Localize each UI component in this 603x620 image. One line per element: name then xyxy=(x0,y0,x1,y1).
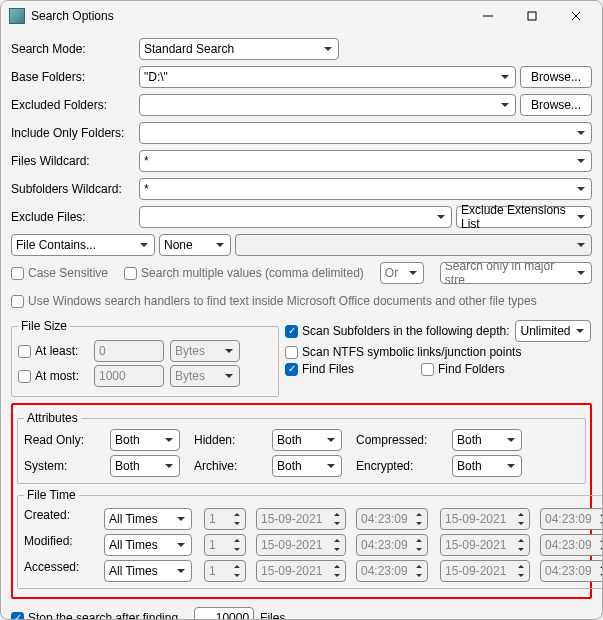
subfolders-wildcard-value: * xyxy=(144,182,149,196)
scan-ntfs-option[interactable]: Scan NTFS symbolic links/junction points xyxy=(285,345,521,359)
compressed-combo[interactable]: Both xyxy=(452,429,522,451)
app-icon xyxy=(9,8,25,24)
attributes-group: Attributes Read Only: Both Hidden: Both … xyxy=(17,411,586,484)
hidden-combo[interactable]: Both xyxy=(272,429,342,451)
subfolders-wildcard-combo[interactable]: * xyxy=(139,178,592,200)
highlighted-region: Attributes Read Only: Both Hidden: Both … xyxy=(11,403,592,599)
modified-num-input[interactable]: 1 xyxy=(204,534,246,556)
base-folders-combo[interactable]: "D:\" xyxy=(139,66,516,88)
accessed-label: Accessed: xyxy=(24,560,100,582)
created-from-date[interactable]: 15-09-2021 xyxy=(256,508,346,530)
hidden-label: Hidden: xyxy=(194,433,266,447)
svg-rect-1 xyxy=(528,12,536,20)
base-folders-browse-button[interactable]: Browse... xyxy=(520,66,592,88)
at-least-checkbox[interactable] xyxy=(18,345,31,358)
titlebar: Search Options xyxy=(1,1,602,31)
maximize-button[interactable] xyxy=(510,2,554,30)
file-contains-combo[interactable]: File Contains... xyxy=(11,234,155,256)
or-combo[interactable]: Or xyxy=(380,262,424,284)
system-combo[interactable]: Both xyxy=(110,455,180,477)
at-most-unit-combo[interactable]: Bytes xyxy=(170,365,240,387)
file-size-group: File Size At least: 0 Bytes At most: 100… xyxy=(11,319,279,397)
file-size-legend: File Size xyxy=(18,319,70,333)
scan-depth-combo[interactable]: Unlimited xyxy=(515,320,591,342)
encrypted-label: Encrypted: xyxy=(356,459,446,473)
modified-range-combo[interactable]: All Times xyxy=(104,534,192,556)
case-sensitive-checkbox[interactable] xyxy=(11,267,24,280)
find-files-checkbox[interactable] xyxy=(285,363,298,376)
excluded-folders-combo[interactable] xyxy=(139,94,516,116)
at-most-checkbox[interactable] xyxy=(18,370,31,383)
at-most-input[interactable]: 1000 xyxy=(94,365,164,387)
accessed-from-time[interactable]: 04:23:09 xyxy=(356,560,428,582)
search-mode-combo[interactable]: Standard Search xyxy=(139,38,339,60)
created-to-date[interactable]: 15-09-2021 xyxy=(440,508,530,530)
system-label: System: xyxy=(24,459,104,473)
close-button[interactable] xyxy=(554,2,598,30)
created-label: Created: xyxy=(24,508,100,530)
major-streams-combo[interactable]: Search only in major stre xyxy=(440,262,592,284)
search-options-window: Search Options Search Mode: Standard Sea… xyxy=(0,0,603,620)
at-least-unit-combo[interactable]: Bytes xyxy=(170,340,240,362)
window-buttons xyxy=(466,2,598,30)
accessed-range-combo[interactable]: All Times xyxy=(104,560,192,582)
archive-combo[interactable]: Both xyxy=(272,455,342,477)
minimize-button[interactable] xyxy=(466,2,510,30)
exclude-files-combo[interactable] xyxy=(139,206,452,228)
stop-after-option[interactable]: Stop the search after finding... xyxy=(11,611,188,620)
at-most-option[interactable]: At most: xyxy=(18,369,88,383)
modified-from-date[interactable]: 15-09-2021 xyxy=(256,534,346,556)
accessed-num-input[interactable]: 1 xyxy=(204,560,246,582)
base-folders-label: Base Folders: xyxy=(11,70,135,84)
exclude-extensions-list-combo[interactable]: Exclude Extensions List xyxy=(456,206,592,228)
file-contains-mode-combo[interactable]: None xyxy=(159,234,231,256)
created-range-combo[interactable]: All Times xyxy=(104,508,192,530)
files-wildcard-label: Files Wildcard: xyxy=(11,154,135,168)
files-wildcard-value: * xyxy=(144,154,149,168)
read-only-label: Read Only: xyxy=(24,433,104,447)
find-folders-option[interactable]: Find Folders xyxy=(421,362,505,376)
created-to-time[interactable]: 04:23:09 xyxy=(540,508,603,530)
scan-subfolders-option[interactable]: Scan Subfolders in the following depth: xyxy=(285,324,509,338)
accessed-from-date[interactable]: 15-09-2021 xyxy=(256,560,346,582)
at-least-input[interactable]: 0 xyxy=(94,340,164,362)
read-only-combo[interactable]: Both xyxy=(110,429,180,451)
stop-after-input[interactable]: 10000 xyxy=(194,607,254,620)
file-time-group: File Time Created: All Times 1 15-09-202… xyxy=(17,488,603,589)
modified-from-time[interactable]: 04:23:09 xyxy=(356,534,428,556)
find-files-option[interactable]: Find Files xyxy=(285,362,415,376)
windows-handlers-checkbox[interactable] xyxy=(11,295,24,308)
compressed-label: Compressed: xyxy=(356,433,446,447)
search-multiple-checkbox[interactable] xyxy=(124,267,137,280)
attributes-legend: Attributes xyxy=(24,411,81,425)
include-only-label: Include Only Folders: xyxy=(11,126,135,140)
file-contains-value-combo[interactable] xyxy=(235,234,592,256)
modified-to-date[interactable]: 15-09-2021 xyxy=(440,534,530,556)
files-label: Files xyxy=(260,611,285,620)
accessed-to-date[interactable]: 15-09-2021 xyxy=(440,560,530,582)
exclude-files-label: Exclude Files: xyxy=(11,210,135,224)
modified-to-time[interactable]: 04:23:09 xyxy=(540,534,603,556)
search-mode-value: Standard Search xyxy=(144,42,234,56)
created-from-time[interactable]: 04:23:09 xyxy=(356,508,428,530)
modified-label: Modified: xyxy=(24,534,100,556)
excluded-folders-browse-button[interactable]: Browse... xyxy=(520,94,592,116)
windows-handlers-option[interactable]: Use Windows search handlers to find text… xyxy=(11,294,537,308)
encrypted-combo[interactable]: Both xyxy=(452,455,522,477)
file-time-legend: File Time xyxy=(24,488,79,502)
subfolders-wildcard-label: Subfolders Wildcard: xyxy=(11,182,135,196)
excluded-folders-label: Excluded Folders: xyxy=(11,98,135,112)
case-sensitive-option[interactable]: Case Sensitive xyxy=(11,266,108,280)
accessed-to-time[interactable]: 04:23:09 xyxy=(540,560,603,582)
find-folders-checkbox[interactable] xyxy=(421,363,434,376)
created-num-input[interactable]: 1 xyxy=(204,508,246,530)
search-multiple-option[interactable]: Search multiple values (comma delimited) xyxy=(124,266,364,280)
at-least-option[interactable]: At least: xyxy=(18,344,88,358)
scan-ntfs-checkbox[interactable] xyxy=(285,346,298,359)
archive-label: Archive: xyxy=(194,459,266,473)
stop-after-checkbox[interactable] xyxy=(11,612,24,621)
base-folders-value: "D:\" xyxy=(144,70,168,84)
files-wildcard-combo[interactable]: * xyxy=(139,150,592,172)
include-only-combo[interactable] xyxy=(139,122,592,144)
scan-subfolders-checkbox[interactable] xyxy=(285,325,298,338)
